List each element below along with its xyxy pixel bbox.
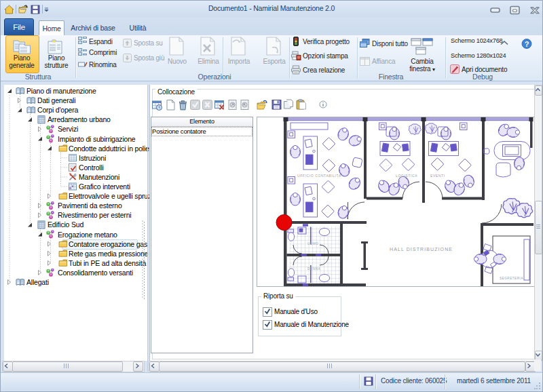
svg-text:SEGRETERIA: SEGRETERIA [500, 277, 523, 280]
svg-text:UOMO: UOMO [307, 242, 318, 246]
svg-text:?: ? [525, 40, 529, 48]
svg-text:HALL DISTRIBUZIONE: HALL DISTRIBUZIONE [390, 247, 453, 252]
svg-text:UFFICIO CONTABILITA': UFFICIO CONTABILITA' [297, 174, 342, 178]
svg-text:LOGISTICA: LOGISTICA [396, 174, 417, 178]
svg-text:DONNA: DONNA [307, 267, 320, 271]
svg-text:EVENTI: EVENTI [430, 174, 445, 178]
